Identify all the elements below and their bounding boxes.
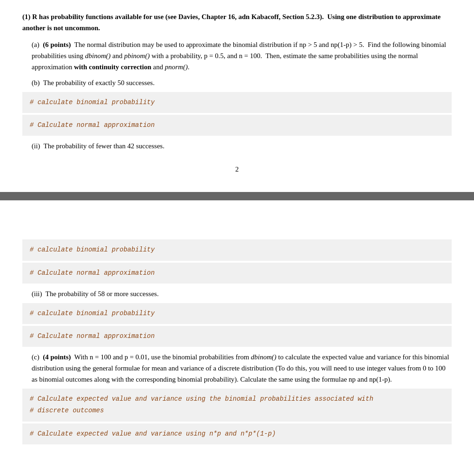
part-c: (c) (4 points) With n = 100 and p = 0.01… bbox=[32, 351, 452, 385]
code-comment-3: # calculate binomial probability bbox=[30, 246, 155, 253]
code-comment-6: # Calculate normal approximation bbox=[30, 332, 155, 340]
pnorm-ref: pnorm() bbox=[165, 63, 188, 71]
part-iii-text: (iii) The probability of 58 or more succ… bbox=[32, 288, 452, 299]
part-b: (b) The probability of exactly 50 succes… bbox=[32, 77, 452, 88]
code-block-calc-normal-3: # Calculate normal approximation bbox=[22, 326, 452, 347]
page-divider bbox=[0, 192, 474, 200]
code-block-calc-binom-1: # calculate binomial probability bbox=[22, 92, 452, 113]
code-comment-1: # calculate binomial probability bbox=[30, 99, 155, 106]
dbinom-ref: dbinom() bbox=[85, 52, 111, 60]
part-ii: (ii) The probability of fewer than 42 su… bbox=[32, 140, 452, 152]
code-comment-9: # Calculate expected value and variance … bbox=[30, 430, 276, 437]
problem-number: (1) R has probability functions availabl… bbox=[22, 13, 441, 32]
code-block-calc-binom-2: # calculate binomial probability bbox=[22, 239, 452, 260]
pbinom-ref: pbinom() bbox=[124, 52, 150, 60]
code-comment-2: # Calculate normal approximation bbox=[30, 121, 155, 129]
part-a: (a) (6 points) The normal distribution m… bbox=[32, 39, 452, 73]
code-block-calc-binom-3: # calculate binomial probability bbox=[22, 303, 452, 324]
part-a-text: (a) (6 points) The normal distribution m… bbox=[32, 39, 452, 73]
part-iii: (iii) The probability of 58 or more succ… bbox=[32, 288, 452, 299]
problem-header: (1) R has probability functions availabl… bbox=[22, 11, 452, 33]
part-c-text: (c) (4 points) With n = 100 and p = 0.01… bbox=[32, 351, 452, 385]
code-block-calc-normal-2: # Calculate normal approximation bbox=[22, 263, 452, 284]
page-bottom: # calculate binomial probability # Calcu… bbox=[0, 200, 474, 455]
part-b-text: (b) The probability of exactly 50 succes… bbox=[32, 77, 452, 88]
code-block-expected-2: # Calculate expected value and variance … bbox=[22, 423, 452, 444]
part-a-label: (a) (6 points) bbox=[32, 41, 71, 48]
code-comment-4: # Calculate normal approximation bbox=[30, 269, 155, 277]
code-block-expected-1: # Calculate expected value and variance … bbox=[22, 389, 452, 421]
code-comment-8: # discrete outcomes bbox=[30, 407, 104, 414]
page-top: (1) R has probability functions availabl… bbox=[0, 0, 474, 192]
code-comment-7: # Calculate expected value and variance … bbox=[30, 395, 373, 403]
bottom-spacer bbox=[22, 200, 452, 238]
part-ii-text: (ii) The probability of fewer than 42 su… bbox=[32, 140, 452, 152]
dbinom-ref-c: dbinom() bbox=[251, 353, 276, 361]
code-comment-5: # calculate binomial probability bbox=[30, 310, 155, 317]
page-number: 2 bbox=[22, 165, 452, 173]
code-block-calc-normal-1: # Calculate normal approximation bbox=[22, 115, 452, 136]
